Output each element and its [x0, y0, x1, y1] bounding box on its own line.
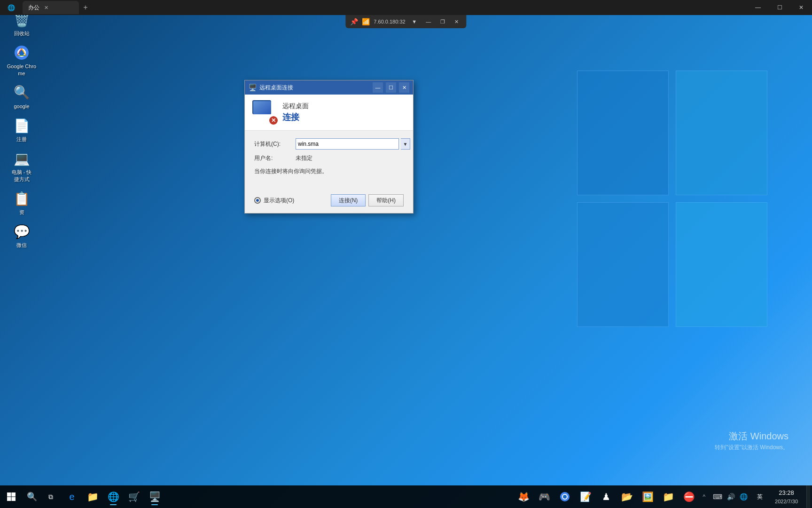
recycle-bin-label: 回收站 — [14, 30, 30, 37]
dialog-titlebar: 🖥️ 远程桌面连接 — ☐ ✕ — [245, 80, 413, 95]
start-button[interactable] — [0, 485, 23, 508]
taskbar-ps[interactable]: 🖼️ — [638, 487, 657, 507]
activate-watermark: 激活 Windows 转到"设置"以激活 Windows。 — [715, 430, 789, 452]
rdp-minimize-btn[interactable]: — — [423, 16, 434, 27]
svg-rect-4 — [7, 492, 11, 497]
notification-expand[interactable]: ^ — [701, 493, 707, 500]
maximize-button[interactable]: ☐ — [769, 0, 790, 15]
minimize-button[interactable]: — — [747, 0, 769, 15]
rdp-dialog: 🖥️ 远程桌面连接 — ☐ ✕ — [244, 80, 414, 214]
window-controls: — ☐ ✕ — [747, 0, 812, 15]
svg-rect-5 — [12, 492, 16, 497]
rdp-arrow-icon: ✕ — [268, 115, 279, 126]
system-taskbar: 🔍 ⧉ e 📁 🌐 🛒 🖥️ — [0, 485, 812, 508]
dialog-title-text: 远程桌面连接 — [259, 84, 370, 92]
chrome-titlebar: 🌐 办公 ✕ + — ☐ ✕ — [0, 0, 812, 15]
computer-input[interactable] — [296, 138, 399, 150]
resource-icon: 📋 — [13, 190, 30, 207]
connect-button[interactable]: 连接(N) — [331, 194, 366, 206]
explorer-icon: 📁 — [87, 491, 99, 502]
task-view-button[interactable]: ⧉ — [41, 485, 60, 508]
tab-favicon: 🌐 — [0, 4, 23, 11]
rdp-toolbar-pin[interactable]: 📌 — [350, 18, 358, 25]
taskbar-wps[interactable]: 📝 — [576, 487, 595, 507]
search-button[interactable]: 🔍 — [23, 485, 41, 508]
ime-lang[interactable]: 英 — [753, 493, 766, 501]
win-logo-decoration — [577, 71, 774, 334]
help-button[interactable]: 帮助(H) — [368, 194, 404, 206]
rdp-toolbar: 📌 📶 7.60.0.180:32 ▼ — ❐ ✕ — [345, 15, 466, 28]
desktop-icons: 🗑️ 回收站 Google Chrome 🔍 google 📄 — [5, 9, 39, 251]
chrome-taskbar-icon: 🌐 — [108, 491, 119, 502]
username-label: 用户名: — [254, 154, 292, 162]
network-tray-icon[interactable]: 🌐 — [738, 492, 750, 501]
options-radio — [254, 197, 261, 204]
new-tab-button[interactable]: + — [79, 1, 92, 14]
rdp-restore-btn[interactable]: ❐ — [437, 16, 448, 27]
computer-input-group: ▼ — [296, 138, 410, 150]
resource-label: 资 — [19, 209, 24, 215]
desktop-icon-resource[interactable]: 📋 资 — [5, 188, 39, 217]
tab-close-button[interactable]: ✕ — [44, 5, 48, 11]
rdp-toolbar-signal: 📶 — [362, 18, 370, 25]
taskbar-steam[interactable]: 🎮 — [534, 487, 554, 507]
taskbar-explorer2[interactable]: 📁 — [658, 487, 678, 507]
taskbar-chrome2[interactable] — [555, 487, 575, 507]
desktop: 🌐 办公 ✕ + — ☐ ✕ 📌 📶 7.60.0.180:32 ▼ — ❐ ✕ — [0, 0, 812, 508]
computer-dropdown[interactable]: ▼ — [401, 138, 410, 150]
computer-label: 计算机(C): — [254, 140, 292, 148]
dialog-header-title: 远程桌面 — [282, 102, 309, 111]
taskbar-pinned-icons: e 📁 🌐 🛒 🖥️ — [60, 487, 166, 507]
keyboard-tray-icon[interactable]: ⌨ — [711, 492, 724, 501]
taskbar-chess[interactable]: ♟ — [596, 487, 616, 507]
show-options[interactable]: 显示选项(O) — [254, 197, 294, 205]
dialog-close-btn[interactable]: ✕ — [399, 82, 409, 93]
tab-gongong[interactable]: 办公 ✕ — [23, 1, 79, 14]
taskbar-files[interactable]: 📂 — [617, 487, 637, 507]
register-icon: 📄 — [13, 117, 30, 134]
ie-icon: e — [69, 492, 74, 502]
dialog-minimize-btn[interactable]: — — [373, 82, 383, 93]
tab-bar: 🌐 办公 ✕ + — [0, 0, 747, 15]
dialog-body: 计算机(C): ▼ 用户名: 未指定 当你连接时将向你询问凭据。 — [245, 131, 413, 190]
username-field: 用户名: 未指定 — [254, 154, 404, 162]
desktop-icon-wechat[interactable]: 💬 微信 — [5, 221, 39, 250]
close-button[interactable]: ✕ — [790, 0, 812, 15]
svg-rect-7 — [12, 497, 16, 501]
clock-date: 2022/7/30 — [775, 498, 798, 506]
rdp-chevron[interactable]: ▼ — [409, 16, 420, 27]
svg-rect-6 — [7, 497, 11, 501]
chrome-label: Google Chrome — [7, 63, 37, 77]
volume-tray-icon[interactable]: 🔊 — [725, 492, 737, 501]
taskbar-icon-ie[interactable]: e — [62, 487, 82, 507]
rdp-close-btn[interactable]: ✕ — [452, 16, 462, 27]
dialog-header: ✕ 远程桌面 连接 — [245, 95, 413, 131]
system-clock[interactable]: 23:28 2022/7/30 — [768, 488, 804, 505]
taskbar-icon-store[interactable]: 🛒 — [124, 487, 144, 507]
tray-icons: ⌨ 🔊 🌐 — [709, 492, 751, 501]
taskbar-icon-chrome[interactable]: 🌐 — [103, 487, 123, 507]
win-pane-top-right — [676, 71, 767, 195]
rdp-monitor — [252, 100, 271, 114]
start-icon — [7, 492, 16, 501]
dialog-header-icon: ✕ — [252, 100, 277, 125]
computer-field: 计算机(C): ▼ — [254, 138, 404, 150]
dialog-note: 当你连接时将向你询问凭据。 — [254, 167, 404, 175]
extra-app-icons: 🦊 🎮 📝 ♟ 📂 🖼️ 📁 ⛔ — [514, 487, 699, 507]
desktop-icon-chrome[interactable]: Google Chrome — [5, 42, 39, 79]
dialog-maximize-btn[interactable]: ☐ — [386, 82, 396, 93]
tab-label: 办公 — [28, 4, 39, 12]
chrome2-icon — [560, 492, 570, 501]
taskbar-red[interactable]: ⛔ — [679, 487, 699, 507]
dialog-buttons: 连接(N) 帮助(H) — [331, 194, 404, 206]
wechat-icon: 💬 — [13, 223, 30, 240]
desktop-icon-computer[interactable]: 💻 电脑 - 快 捷方式 — [5, 148, 39, 184]
taskbar-icon-rdp[interactable]: 🖥️ — [145, 487, 164, 507]
desktop-icon-register[interactable]: 📄 注册 — [5, 115, 39, 144]
taskbar-icon-explorer[interactable]: 📁 — [83, 487, 102, 507]
win-pane-bottom-left — [577, 202, 669, 327]
google-icon: 🔍 — [13, 84, 30, 101]
show-desktop-button[interactable] — [806, 485, 810, 508]
taskbar-firefox[interactable]: 🦊 — [514, 487, 533, 507]
desktop-icon-google[interactable]: 🔍 google — [5, 82, 39, 111]
